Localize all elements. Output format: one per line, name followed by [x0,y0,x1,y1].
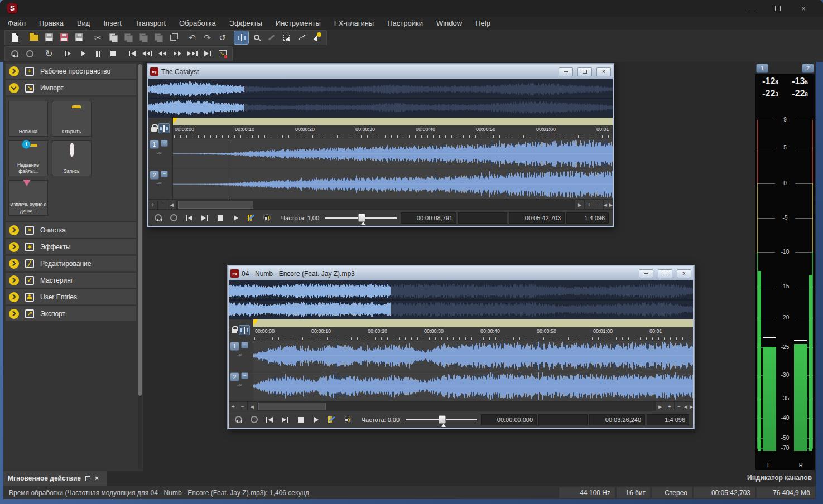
play-button[interactable] [310,414,322,426]
channel-2-waveform[interactable] [173,169,613,200]
zoom-out-2-button[interactable]: − [674,402,684,411]
chevron-right-icon[interactable] [9,242,19,252]
app-titlebar[interactable]: S — × [0,0,823,17]
playback-cursor[interactable] [254,341,254,401]
audio-monitor-button[interactable] [341,414,353,426]
meter-tab-1[interactable]: 1 [756,64,768,73]
chevron-right-icon[interactable] [9,292,19,302]
save-as-button[interactable] [57,31,71,44]
channel-2-collapse-button[interactable]: − [161,171,168,177]
chevron-right-icon[interactable] [9,309,19,319]
selection-field[interactable] [538,414,588,425]
menu-item-1[interactable]: Правка [39,19,64,27]
record-button[interactable] [168,212,180,224]
go-to-start-button[interactable] [264,414,276,426]
tile-new-file[interactable]: Новинка [8,101,48,137]
fit-view-button[interactable]: ◄► [603,200,613,209]
undo-button[interactable]: ↶ [185,31,199,44]
paste-to-new-button[interactable] [136,31,150,44]
edit-tool-button[interactable] [234,31,248,44]
position-field[interactable]: 00:00:08,791 [401,212,456,224]
zoom-in-button[interactable]: + [229,402,238,411]
record-prepare-button[interactable] [233,414,244,426]
play-button[interactable] [230,212,242,224]
minimize-button[interactable]: — [739,4,765,13]
channel-1-waveform[interactable] [253,341,693,371]
tile-open-folder[interactable]: Открыть [52,101,92,137]
zoom-out-button[interactable]: − [238,402,248,411]
sidebar-section-5[interactable]: ✓Мастеринг [6,273,136,288]
trim-crop-button[interactable] [166,31,180,44]
menu-item-6[interactable]: Эффекты [229,19,262,27]
sidebar-section-2[interactable]: ×Очистка [6,222,136,238]
cut-button[interactable]: ✂ [91,31,105,44]
menu-item-11[interactable]: Help [475,19,490,27]
stop-button[interactable] [214,212,226,224]
lock-icon[interactable] [232,329,237,333]
sample-rate-field[interactable]: 44 100 Hz [559,487,615,498]
playback-cursor[interactable] [228,139,228,200]
sidebar-section-4[interactable]: ╱Редактирование [6,256,136,271]
menu-item-2[interactable]: Вид [77,19,90,27]
channel-2-button[interactable]: 2 [150,171,159,180]
total-length-field[interactable]: 00:05:42,703 [694,487,755,498]
waveform-overview[interactable] [229,280,693,319]
sidebar-section-7[interactable]: ↗Экспорт [6,306,136,321]
play-button[interactable] [76,47,90,60]
menu-item-8[interactable]: FX-плагины [334,19,374,27]
chevron-right-icon[interactable] [9,225,19,235]
document-titlebar[interactable]: frg 04 - Numb - Encore (Feat. Jay Z).mp3… [229,266,693,280]
channel-2-waveform[interactable] [253,371,693,401]
length-field[interactable]: 00:05:42,703 [509,212,565,224]
close-button[interactable]: × [791,4,816,13]
play-all-button[interactable] [61,47,75,60]
new-file-button[interactable] [8,31,22,44]
menu-item-10[interactable]: Window [436,19,462,27]
sidebar-section-3[interactable]: ∗Эффекты [6,239,136,254]
record-remote-button[interactable] [215,47,229,60]
doc-restore-button[interactable] [658,269,672,278]
selection-field[interactable] [458,212,507,224]
channel-2-button[interactable]: 2 [230,372,239,381]
fit-view-button[interactable]: ◄► [684,402,693,411]
maximize-button[interactable] [765,4,791,13]
paste-mix-button[interactable] [151,31,165,44]
go-to-end-button[interactable] [200,47,214,60]
fast-forward-button[interactable] [170,47,184,60]
scrub-edit-button[interactable] [326,414,338,426]
chevron-down-icon[interactable] [9,83,19,93]
tile-record[interactable]: Запись [52,140,92,176]
zoom-in-button[interactable]: + [148,200,158,209]
scroll-right-button[interactable]: ► [655,402,665,411]
rate-slider[interactable] [406,414,477,425]
open-file-button[interactable] [27,31,41,44]
channel-2-collapse-button[interactable]: − [241,372,248,379]
scrollbar-thumb[interactable] [258,403,326,410]
loop-region-bar[interactable] [253,319,693,327]
time-ruler[interactable]: 00:00:0000:00:1000:00:2000:00:3000:00:40… [253,327,693,341]
go-to-start-button[interactable] [125,47,139,60]
edit-tool-indicator[interactable] [239,325,250,335]
go-to-end-button[interactable] [199,212,211,224]
lock-icon[interactable] [151,127,157,132]
meter-tab-2[interactable]: 2 [802,64,814,73]
rate-slider[interactable] [325,212,397,224]
save-button[interactable] [42,31,56,44]
audio-monitor-button[interactable] [261,212,273,224]
tile-extract-audio-cd[interactable]: Извлечь аудио с диска... [8,180,48,216]
pause-button[interactable] [91,47,105,60]
scrollbar-thumb[interactable] [178,201,253,209]
loop-playback-button[interactable]: ↻ [42,47,56,60]
go-to-end-button[interactable] [280,414,291,426]
save-all-button[interactable] [72,31,86,44]
redo-button[interactable]: ↷ [200,31,214,44]
close-panel-icon[interactable]: × [95,475,99,482]
menu-item-7[interactable]: Инструменты [276,19,321,27]
sidebar-section-6[interactable]: User Entries [6,289,136,304]
loop-start-marker-icon[interactable] [253,319,258,326]
instant-action-tab[interactable]: Мгновенное действие × [3,471,107,486]
bit-depth-field[interactable]: 16 бит [617,487,650,498]
sidebar-scrollbar[interactable] [138,64,142,469]
position-field[interactable]: 00:00:00,000 [481,414,537,425]
repeat-button[interactable]: ↺ [215,31,229,44]
